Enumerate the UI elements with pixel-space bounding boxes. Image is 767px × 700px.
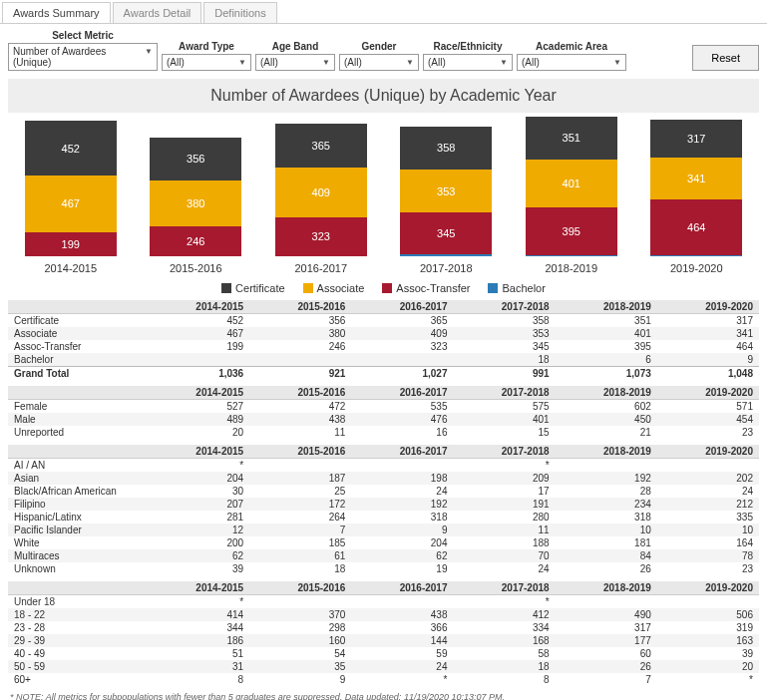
cell: 11 xyxy=(453,524,555,536)
col-header: 2018-2019 xyxy=(556,386,657,400)
cell: 506 xyxy=(657,608,759,621)
cell: 198 xyxy=(351,472,453,485)
cell: 187 xyxy=(249,472,351,485)
cell: 281 xyxy=(148,511,249,524)
filter-race[interactable]: (All) xyxy=(423,54,513,71)
legend-swatch xyxy=(303,283,313,293)
cell xyxy=(249,595,351,609)
table-row: Pacific Islander1279111010 xyxy=(8,524,759,536)
cell: 454 xyxy=(657,413,759,426)
cell: * xyxy=(657,673,759,686)
filter-bar: Select Metric Number of Awardees (Unique… xyxy=(0,24,767,77)
table-row: 29 - 39186160144168177163 xyxy=(8,634,759,647)
cell: 144 xyxy=(351,634,453,647)
data-tables: 2014-20152015-20162016-20172017-20182018… xyxy=(0,300,767,686)
data-table: 2014-20152015-20162016-20172017-20182018… xyxy=(8,300,759,380)
cell: 246 xyxy=(249,340,351,353)
cell: 571 xyxy=(657,400,759,414)
table-row: Associate467380409353401341 xyxy=(8,327,759,340)
legend-item: Assoc-Transfer xyxy=(382,282,470,294)
cell: 12 xyxy=(148,524,249,536)
row-label: Unknown xyxy=(8,562,148,575)
cell: 192 xyxy=(351,498,453,511)
cell: 401 xyxy=(453,413,555,426)
col-header: 2015-2016 xyxy=(249,386,351,400)
reset-button[interactable]: Reset xyxy=(692,45,759,71)
table-row: 18 - 22414370438412490506 xyxy=(8,608,759,621)
bar-year-label: 2019-2020 xyxy=(670,256,723,274)
tab-awards-summary[interactable]: Awards Summary xyxy=(2,2,111,23)
col-header: 2018-2019 xyxy=(556,581,657,595)
filter-age[interactable]: (All) xyxy=(255,54,335,71)
table-row: Female527472535575602571 xyxy=(8,400,759,414)
row-label: Associate xyxy=(8,327,148,340)
cell: 370 xyxy=(249,608,351,621)
cell: 54 xyxy=(249,647,351,660)
footnote: * NOTE: All metrics for subpopulations w… xyxy=(0,686,767,700)
table-row: AI / AN** xyxy=(8,459,759,473)
col-header: 2014-2015 xyxy=(148,445,249,459)
table-row: 23 - 28344298366334317319 xyxy=(8,621,759,634)
cell: 61 xyxy=(249,549,351,562)
cell: 9 xyxy=(657,353,759,367)
bar-year-label: 2014-2015 xyxy=(44,256,97,274)
bar-year-label: 2016-2017 xyxy=(294,256,347,274)
col-header: 2016-2017 xyxy=(351,445,453,459)
data-table: 2014-20152015-20162016-20172017-20182018… xyxy=(8,445,759,575)
cell: 31 xyxy=(148,660,249,673)
bar-segment: 401 xyxy=(526,160,617,208)
filter-area[interactable]: (All) xyxy=(517,54,626,71)
row-label: Male xyxy=(8,413,148,426)
col-header: 2017-2018 xyxy=(453,581,555,595)
legend-label: Bachelor xyxy=(502,282,545,294)
cell: 318 xyxy=(556,511,657,524)
tabs: Awards Summary Awards Detail Definitions xyxy=(0,0,767,24)
tab-awards-detail[interactable]: Awards Detail xyxy=(113,2,202,23)
cell: 18 xyxy=(249,562,351,575)
bar-segment: 345 xyxy=(400,212,492,254)
cell: 163 xyxy=(657,634,759,647)
col-header: 2018-2019 xyxy=(556,300,657,314)
cell: 412 xyxy=(453,608,555,621)
cell: 204 xyxy=(351,536,453,549)
cell: 344 xyxy=(148,621,249,634)
cell: 20 xyxy=(148,426,249,439)
legend-label: Certificate xyxy=(235,282,285,294)
row-label: Multiraces xyxy=(8,549,148,562)
filter-gender[interactable]: (All) xyxy=(339,54,419,71)
filter-age-label: Age Band xyxy=(255,41,335,54)
cell xyxy=(249,459,351,473)
cell: 209 xyxy=(453,472,555,485)
cell: 7 xyxy=(556,673,657,686)
cell: 160 xyxy=(249,634,351,647)
legend-item: Certificate xyxy=(221,282,285,294)
cell xyxy=(657,459,759,473)
cell xyxy=(351,353,453,367)
row-label: Unreported xyxy=(8,426,148,439)
bar-segment: 199 xyxy=(25,232,117,256)
col-header: 2015-2016 xyxy=(249,445,351,459)
cell: 467 xyxy=(148,327,249,340)
cell: 26 xyxy=(556,660,657,673)
row-label: 50 - 59 xyxy=(8,660,148,673)
row-label: 60+ xyxy=(8,673,148,686)
cell xyxy=(556,459,657,473)
row-label: 29 - 39 xyxy=(8,634,148,647)
row-label: Asian xyxy=(8,472,148,485)
bar-segment: 409 xyxy=(275,168,367,217)
data-table: 2014-20152015-20162016-20172017-20182018… xyxy=(8,386,759,439)
cell: 164 xyxy=(657,536,759,549)
cell: 18 xyxy=(453,660,555,673)
cell: 318 xyxy=(351,511,453,524)
filter-award[interactable]: (All) xyxy=(162,54,251,71)
cell xyxy=(249,353,351,367)
filter-metric[interactable]: Number of Awardees (Unique) xyxy=(8,43,158,71)
table-row: Certificate452356365358351317 xyxy=(8,314,759,328)
cell: * xyxy=(148,595,249,609)
table-row: 60+89*87* xyxy=(8,673,759,686)
cell: 341 xyxy=(657,327,759,340)
bar-segment: 380 xyxy=(150,180,241,226)
tab-definitions[interactable]: Definitions xyxy=(203,2,276,23)
col-header: 2017-2018 xyxy=(453,386,555,400)
cell: 438 xyxy=(249,413,351,426)
